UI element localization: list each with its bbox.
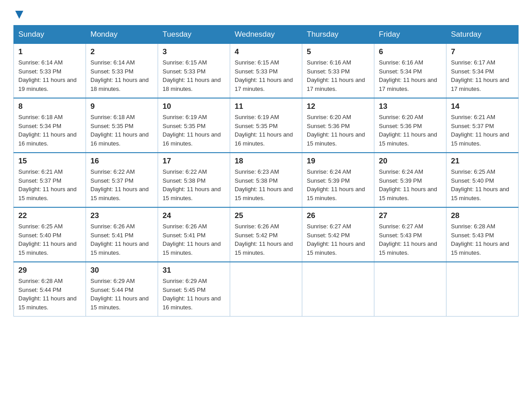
day-info: Sunrise: 6:21 AMSunset: 5:37 PMDaylight:… bbox=[18, 167, 81, 202]
day-number: 2 bbox=[90, 47, 153, 56]
weekday-header-tuesday: Tuesday bbox=[158, 26, 230, 44]
calendar-cell: 12Sunrise: 6:20 AMSunset: 5:36 PMDayligh… bbox=[302, 98, 374, 153]
calendar-cell: 13Sunrise: 6:20 AMSunset: 5:36 PMDayligh… bbox=[374, 98, 446, 153]
calendar-cell: 9Sunrise: 6:18 AMSunset: 5:35 PMDaylight… bbox=[86, 98, 158, 153]
day-info: Sunrise: 6:22 AMSunset: 5:37 PMDaylight:… bbox=[90, 167, 153, 202]
day-info: Sunrise: 6:15 AMSunset: 5:33 PMDaylight:… bbox=[235, 58, 297, 93]
day-number: 11 bbox=[235, 102, 297, 111]
calendar-cell bbox=[302, 262, 374, 317]
calendar-cell: 25Sunrise: 6:26 AMSunset: 5:42 PMDayligh… bbox=[230, 207, 302, 262]
day-number: 29 bbox=[18, 266, 81, 275]
calendar-cell bbox=[230, 262, 302, 317]
day-number: 26 bbox=[307, 211, 369, 220]
weekday-header-sunday: Sunday bbox=[14, 26, 86, 44]
day-info: Sunrise: 6:19 AMSunset: 5:35 PMDaylight:… bbox=[235, 113, 297, 148]
calendar-week-row: 22Sunrise: 6:25 AMSunset: 5:40 PMDayligh… bbox=[14, 207, 519, 262]
calendar-cell: 5Sunrise: 6:16 AMSunset: 5:33 PMDaylight… bbox=[302, 44, 374, 98]
weekday-header-monday: Monday bbox=[86, 26, 158, 44]
day-info: Sunrise: 6:14 AMSunset: 5:33 PMDaylight:… bbox=[18, 58, 81, 93]
day-info: Sunrise: 6:25 AMSunset: 5:40 PMDaylight:… bbox=[451, 167, 514, 202]
day-info: Sunrise: 6:29 AMSunset: 5:45 PMDaylight:… bbox=[163, 277, 225, 312]
day-info: Sunrise: 6:27 AMSunset: 5:42 PMDaylight:… bbox=[307, 222, 369, 257]
day-info: Sunrise: 6:16 AMSunset: 5:33 PMDaylight:… bbox=[307, 58, 369, 93]
calendar-table: SundayMondayTuesdayWednesdayThursdayFrid… bbox=[13, 25, 519, 317]
weekday-header-wednesday: Wednesday bbox=[230, 26, 302, 44]
day-info: Sunrise: 6:15 AMSunset: 5:33 PMDaylight:… bbox=[163, 58, 225, 93]
day-info: Sunrise: 6:19 AMSunset: 5:35 PMDaylight:… bbox=[163, 113, 225, 148]
day-number: 8 bbox=[18, 102, 81, 111]
day-number: 21 bbox=[451, 157, 514, 166]
logo bbox=[13, 9, 24, 18]
day-info: Sunrise: 6:24 AMSunset: 5:39 PMDaylight:… bbox=[307, 167, 369, 202]
day-number: 10 bbox=[163, 102, 225, 111]
day-number: 28 bbox=[451, 211, 514, 220]
day-number: 30 bbox=[90, 266, 153, 275]
day-number: 17 bbox=[163, 157, 225, 166]
day-number: 22 bbox=[18, 211, 81, 220]
calendar-cell: 15Sunrise: 6:21 AMSunset: 5:37 PMDayligh… bbox=[14, 153, 86, 207]
day-info: Sunrise: 6:18 AMSunset: 5:35 PMDaylight:… bbox=[90, 113, 153, 148]
day-info: Sunrise: 6:28 AMSunset: 5:44 PMDaylight:… bbox=[18, 277, 81, 312]
day-number: 25 bbox=[235, 211, 297, 220]
day-info: Sunrise: 6:22 AMSunset: 5:38 PMDaylight:… bbox=[163, 167, 225, 202]
day-number: 12 bbox=[307, 102, 369, 111]
day-info: Sunrise: 6:21 AMSunset: 5:37 PMDaylight:… bbox=[451, 113, 514, 148]
day-number: 27 bbox=[379, 211, 442, 220]
day-number: 14 bbox=[451, 102, 514, 111]
day-number: 13 bbox=[379, 102, 442, 111]
weekday-header-row: SundayMondayTuesdayWednesdayThursdayFrid… bbox=[14, 26, 519, 44]
calendar-cell: 14Sunrise: 6:21 AMSunset: 5:37 PMDayligh… bbox=[446, 98, 519, 153]
calendar-cell: 19Sunrise: 6:24 AMSunset: 5:39 PMDayligh… bbox=[302, 153, 374, 207]
calendar-cell: 16Sunrise: 6:22 AMSunset: 5:37 PMDayligh… bbox=[86, 153, 158, 207]
day-info: Sunrise: 6:20 AMSunset: 5:36 PMDaylight:… bbox=[379, 113, 442, 148]
day-number: 4 bbox=[235, 47, 297, 56]
day-info: Sunrise: 6:16 AMSunset: 5:34 PMDaylight:… bbox=[379, 58, 442, 93]
calendar-cell: 7Sunrise: 6:17 AMSunset: 5:34 PMDaylight… bbox=[446, 44, 519, 98]
day-info: Sunrise: 6:17 AMSunset: 5:34 PMDaylight:… bbox=[451, 58, 514, 93]
calendar-cell: 18Sunrise: 6:23 AMSunset: 5:38 PMDayligh… bbox=[230, 153, 302, 207]
calendar-cell: 10Sunrise: 6:19 AMSunset: 5:35 PMDayligh… bbox=[158, 98, 230, 153]
calendar-cell: 29Sunrise: 6:28 AMSunset: 5:44 PMDayligh… bbox=[14, 262, 86, 317]
day-number: 20 bbox=[379, 157, 442, 166]
day-info: Sunrise: 6:14 AMSunset: 5:33 PMDaylight:… bbox=[90, 58, 153, 93]
day-info: Sunrise: 6:26 AMSunset: 5:42 PMDaylight:… bbox=[235, 222, 297, 257]
calendar-cell: 1Sunrise: 6:14 AMSunset: 5:33 PMDaylight… bbox=[14, 44, 86, 98]
calendar-cell: 21Sunrise: 6:25 AMSunset: 5:40 PMDayligh… bbox=[446, 153, 519, 207]
day-number: 31 bbox=[163, 266, 225, 275]
calendar-cell: 24Sunrise: 6:26 AMSunset: 5:41 PMDayligh… bbox=[158, 207, 230, 262]
day-number: 9 bbox=[90, 102, 153, 111]
svg-marker-0 bbox=[15, 11, 23, 19]
calendar-cell: 6Sunrise: 6:16 AMSunset: 5:34 PMDaylight… bbox=[374, 44, 446, 98]
day-number: 15 bbox=[18, 157, 81, 166]
day-number: 19 bbox=[307, 157, 369, 166]
weekday-header-thursday: Thursday bbox=[302, 26, 374, 44]
calendar-cell: 30Sunrise: 6:29 AMSunset: 5:44 PMDayligh… bbox=[86, 262, 158, 317]
page-header bbox=[13, 9, 519, 18]
day-info: Sunrise: 6:20 AMSunset: 5:36 PMDaylight:… bbox=[307, 113, 369, 148]
calendar-cell: 11Sunrise: 6:19 AMSunset: 5:35 PMDayligh… bbox=[230, 98, 302, 153]
day-number: 6 bbox=[379, 47, 442, 56]
calendar-cell bbox=[374, 262, 446, 317]
calendar-cell: 2Sunrise: 6:14 AMSunset: 5:33 PMDaylight… bbox=[86, 44, 158, 98]
calendar-cell: 4Sunrise: 6:15 AMSunset: 5:33 PMDaylight… bbox=[230, 44, 302, 98]
logo-arrow-icon bbox=[14, 10, 24, 20]
calendar-cell: 27Sunrise: 6:27 AMSunset: 5:43 PMDayligh… bbox=[374, 207, 446, 262]
day-info: Sunrise: 6:24 AMSunset: 5:39 PMDaylight:… bbox=[379, 167, 442, 202]
calendar-cell: 17Sunrise: 6:22 AMSunset: 5:38 PMDayligh… bbox=[158, 153, 230, 207]
calendar-cell: 23Sunrise: 6:26 AMSunset: 5:41 PMDayligh… bbox=[86, 207, 158, 262]
day-info: Sunrise: 6:23 AMSunset: 5:38 PMDaylight:… bbox=[235, 167, 297, 202]
calendar-week-row: 1Sunrise: 6:14 AMSunset: 5:33 PMDaylight… bbox=[14, 44, 519, 98]
calendar-cell: 3Sunrise: 6:15 AMSunset: 5:33 PMDaylight… bbox=[158, 44, 230, 98]
calendar-cell: 31Sunrise: 6:29 AMSunset: 5:45 PMDayligh… bbox=[158, 262, 230, 317]
day-number: 7 bbox=[451, 47, 514, 56]
day-number: 16 bbox=[90, 157, 153, 166]
calendar-cell: 8Sunrise: 6:18 AMSunset: 5:34 PMDaylight… bbox=[14, 98, 86, 153]
day-info: Sunrise: 6:27 AMSunset: 5:43 PMDaylight:… bbox=[379, 222, 442, 257]
day-info: Sunrise: 6:28 AMSunset: 5:43 PMDaylight:… bbox=[451, 222, 514, 257]
day-info: Sunrise: 6:29 AMSunset: 5:44 PMDaylight:… bbox=[90, 277, 153, 312]
day-number: 23 bbox=[90, 211, 153, 220]
calendar-cell: 22Sunrise: 6:25 AMSunset: 5:40 PMDayligh… bbox=[14, 207, 86, 262]
calendar-week-row: 8Sunrise: 6:18 AMSunset: 5:34 PMDaylight… bbox=[14, 98, 519, 153]
calendar-week-row: 29Sunrise: 6:28 AMSunset: 5:44 PMDayligh… bbox=[14, 262, 519, 317]
calendar-cell: 26Sunrise: 6:27 AMSunset: 5:42 PMDayligh… bbox=[302, 207, 374, 262]
